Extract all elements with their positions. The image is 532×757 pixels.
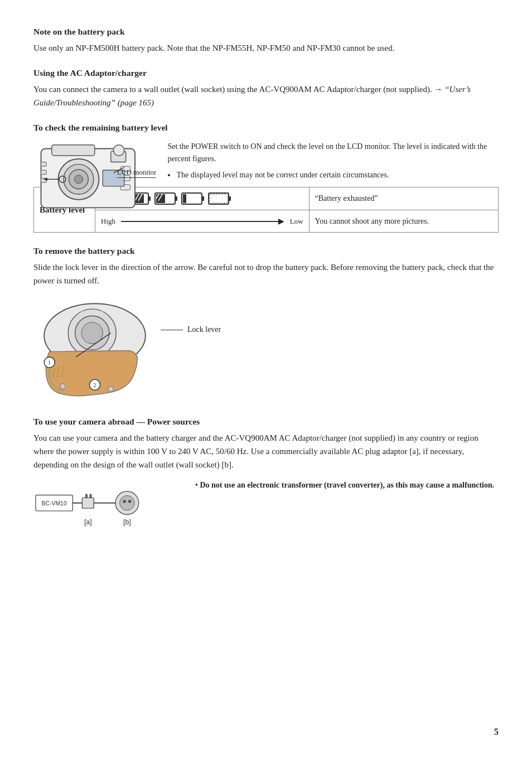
svg-rect-63 [82,498,94,508]
battery-arrow-row: High ▶ Low [101,214,303,228]
svg-point-68 [120,496,135,511]
adapter-warning: • Do not use an electronic transformer (… [195,479,499,491]
svg-rect-12 [41,170,47,175]
svg-point-55 [60,384,66,389]
svg-rect-44 [229,196,231,201]
page-number: 5 [494,727,499,737]
power-abroad-heading: To use your camera abroad — Power source… [33,417,499,427]
ac-adaptor-heading: Using the AC Adaptor/charger [33,68,499,78]
svg-rect-64 [85,494,88,499]
battery-check-container: LCD monitor Set the POWER switch to ON a… [33,141,499,181]
adapter-diagram: BC-VM10 [a] [b] [33,479,178,532]
adapter-note: • Do not use an electronic transformer (… [195,479,499,491]
remove-battery-section: To remove the battery pack Slide the loc… [33,246,499,403]
svg-text:[b]: [b] [123,518,131,526]
low-label: Low [290,217,303,226]
note-battery-heading: Note on the battery pack [33,27,499,37]
check-battery-heading: To check the remaining battery level [33,123,499,133]
svg-point-56 [108,387,114,392]
remove-battery-heading: To remove the battery pack [33,246,499,256]
svg-rect-42 [183,194,186,203]
high-label: High [101,217,115,226]
battery-exhausted-label: “Battery exhausted” [309,187,498,210]
note-battery-body: Use only an NP-FM500H battery pack. Note… [33,41,499,55]
remove-battery-body: Slide the lock lever in the direction of… [33,261,499,287]
check-battery-section: To check the remaining battery level [33,123,499,233]
note-battery-section: Note on the battery pack Use only an NP-… [33,27,499,55]
camera-description-bullet: The displayed level may not be correct u… [176,169,499,181]
camera-description: Set the POWER switch to ON and check the… [167,141,499,181]
svg-rect-1 [52,145,95,156]
remove-battery-diagram: 1 2 Lock lever [33,297,499,403]
svg-rect-41 [202,196,204,201]
svg-text:[a]: [a] [84,518,92,526]
svg-text:2: 2 [93,382,96,388]
battery-icon-low [181,191,205,206]
svg-rect-36 [175,196,177,201]
svg-text:BC-VM10: BC-VM10 [42,501,67,507]
svg-point-7 [114,145,124,156]
camera-description-main: Set the POWER switch to ON and check the… [167,141,499,166]
adapter-svg: BC-VM10 [a] [b] [33,479,178,529]
battery-icon-half [154,191,178,206]
lock-lever-label: Lock lever [161,325,221,334]
svg-rect-11 [41,162,47,167]
no-shoot-label: You cannot shoot any more pictures. [309,210,498,233]
svg-point-70 [128,500,132,503]
adapter-container: BC-VM10 [a] [b] [33,479,499,532]
camera-diagram: LCD monitor [33,141,156,181]
svg-point-5 [74,175,83,184]
power-abroad-body: You can use your camera and the battery … [33,431,499,471]
svg-rect-45 [210,194,228,203]
svg-rect-37 [156,194,165,203]
battery-icon-empty [208,191,231,206]
lcd-monitor-label: LCD monitor [106,168,156,178]
remove-battery-svg: 1 2 [33,297,156,403]
ac-adaptor-body: You can connect the camera to a wall out… [33,83,499,109]
svg-point-69 [123,500,126,503]
svg-rect-65 [90,494,92,499]
power-abroad-section: To use your camera abroad — Power source… [33,417,499,532]
svg-rect-43 [209,193,229,204]
ac-adaptor-section: Using the AC Adaptor/charger You can con… [33,68,499,109]
svg-text:1: 1 [48,360,51,366]
